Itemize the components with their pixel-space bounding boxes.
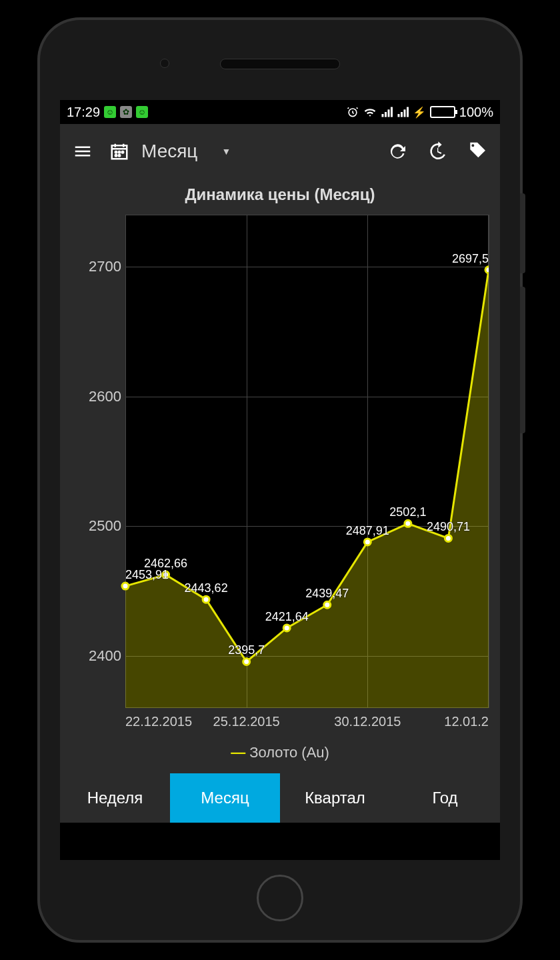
charging-icon: ⚡ bbox=[413, 106, 426, 119]
chart-point-label: 2490,71 bbox=[427, 520, 470, 534]
status-app-icon: ✿ bbox=[120, 106, 132, 118]
chart-container: — Золото (Au) 240025002600270022.12.2015… bbox=[60, 208, 500, 773]
signal-icon bbox=[397, 106, 409, 118]
phone-side-button bbox=[520, 287, 525, 433]
status-app-icon: ☺ bbox=[136, 106, 148, 118]
chart-point-label: 2439,47 bbox=[305, 587, 349, 601]
period-tabs: Неделя Месяц Квартал Год bbox=[60, 773, 500, 823]
chart-point-label: 2443,62 bbox=[185, 581, 228, 595]
x-axis-tick: 25.12.2015 bbox=[213, 714, 280, 729]
chevron-down-icon[interactable]: ▼ bbox=[221, 146, 231, 157]
tab-year[interactable]: Год bbox=[390, 773, 500, 823]
phone-home-button bbox=[257, 875, 303, 921]
status-time: 17:29 bbox=[67, 105, 100, 120]
screen: 17:29 ☺ ✿ ☺ ⚡ 100% bbox=[60, 100, 500, 860]
svg-point-3 bbox=[119, 151, 121, 153]
chart-plot[interactable]: — Золото (Au) 240025002600270022.12.2015… bbox=[65, 208, 495, 768]
y-axis-tick: 2400 bbox=[65, 647, 121, 665]
status-bar: 17:29 ☺ ✿ ☺ ⚡ 100% bbox=[60, 100, 500, 124]
y-axis-tick: 2500 bbox=[65, 517, 121, 535]
y-axis-tick: 2700 bbox=[65, 258, 121, 275]
phone-side-button bbox=[520, 193, 525, 273]
status-app-icon: ☺ bbox=[104, 106, 116, 118]
chart-point-label: 2502,1 bbox=[389, 505, 426, 519]
chart-point-label: 2487,91 bbox=[346, 524, 389, 538]
legend-series-label: Золото (Au) bbox=[249, 744, 329, 761]
chart-point-label: 2421,64 bbox=[265, 610, 309, 624]
chart-point-label: 2395,7 bbox=[228, 643, 265, 657]
phone-frame: 17:29 ☺ ✿ ☺ ⚡ 100% bbox=[40, 20, 520, 940]
chart-title: Динамика цены (Месяц) bbox=[60, 179, 500, 208]
signal-icon bbox=[381, 106, 393, 118]
gridline bbox=[247, 215, 247, 708]
y-axis-tick: 2600 bbox=[65, 388, 121, 405]
period-dropdown-label[interactable]: Месяц bbox=[141, 141, 197, 162]
tab-week[interactable]: Неделя bbox=[60, 773, 170, 823]
svg-point-2 bbox=[115, 151, 117, 153]
x-axis-tick: 30.12.2015 bbox=[334, 714, 401, 729]
svg-point-5 bbox=[115, 155, 117, 157]
gridline bbox=[125, 267, 489, 267]
gridline bbox=[125, 656, 489, 657]
tab-quarter[interactable]: Квартал bbox=[280, 773, 390, 823]
gridline bbox=[125, 397, 489, 397]
wifi-icon bbox=[363, 105, 377, 119]
tab-month[interactable]: Месяц bbox=[170, 773, 280, 823]
chart-point-label: 2462,66 bbox=[144, 557, 187, 571]
alarm-icon bbox=[346, 105, 359, 119]
chart-legend: — Золото (Au) bbox=[65, 744, 495, 761]
svg-point-4 bbox=[122, 151, 124, 153]
app-bar: Месяц ▼ bbox=[60, 124, 500, 179]
gridline bbox=[489, 215, 489, 708]
refresh-button[interactable] bbox=[383, 137, 412, 166]
svg-point-6 bbox=[119, 155, 121, 157]
battery-percent: 100% bbox=[459, 105, 493, 120]
chart-point-label: 2697,5 bbox=[452, 252, 489, 266]
x-axis-tick: 22.12.2015 bbox=[125, 714, 192, 729]
plot-area bbox=[125, 215, 489, 708]
legend-line-icon: — bbox=[231, 744, 245, 761]
gridline bbox=[367, 215, 368, 708]
calendar-icon bbox=[108, 137, 131, 166]
battery-icon bbox=[430, 106, 455, 118]
x-axis-tick: 12.01.2 bbox=[444, 714, 489, 729]
menu-button[interactable] bbox=[68, 137, 97, 166]
history-button[interactable] bbox=[423, 137, 452, 166]
tag-button[interactable] bbox=[463, 137, 492, 166]
phone-speaker bbox=[220, 59, 340, 69]
phone-camera bbox=[160, 59, 169, 68]
gridline bbox=[125, 215, 126, 708]
